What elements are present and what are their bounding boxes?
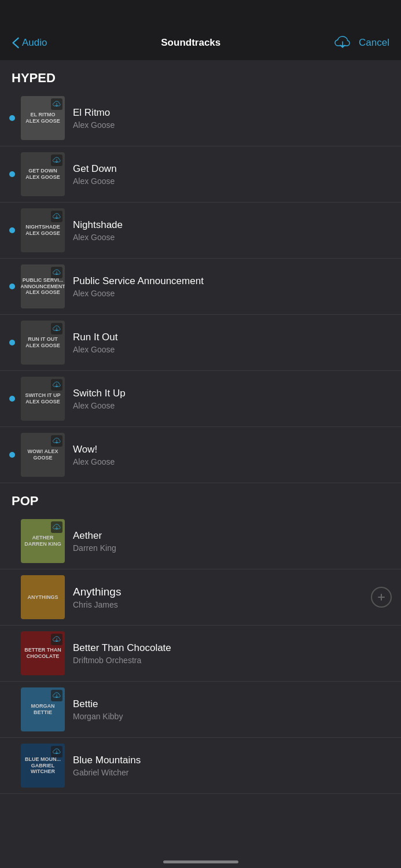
download-badge <box>51 211 62 222</box>
download-badge <box>51 98 62 110</box>
list-item[interactable]: AETHER DARREN KING AetherDarren King <box>0 513 401 569</box>
album-art: ANYTHINGS <box>21 575 65 619</box>
download-badge <box>51 690 62 701</box>
track-name: Bettie <box>73 698 392 710</box>
selected-indicator <box>9 340 15 345</box>
chevron-left-icon <box>12 37 20 49</box>
selected-indicator <box>9 396 15 402</box>
download-small-icon <box>53 635 61 643</box>
track-name: Blue Mountains <box>73 755 392 766</box>
download-small-icon <box>53 325 61 333</box>
track-artist: Alex Goose <box>73 233 392 242</box>
cancel-button[interactable]: Cancel <box>359 37 389 49</box>
track-name: Better Than Chocolate <box>73 642 392 654</box>
track-name: Anythings <box>73 586 365 598</box>
list-item[interactable]: BETTER THAN CHOCOLATE Better Than Chocol… <box>0 626 401 682</box>
album-art: NIGHTSHADE ALEX GOOSE <box>21 208 65 252</box>
tracks-container: HYPEDEL RITMO ALEX GOOSE El RitmoAlex Go… <box>0 60 401 794</box>
track-name: Switch It Up <box>73 388 392 399</box>
album-art: SWITCH IT UP ALEX GOOSE <box>21 377 65 421</box>
track-artist: Alex Goose <box>73 120 392 130</box>
track-artist: Alex Goose <box>73 345 392 354</box>
download-badge <box>51 323 62 334</box>
album-art: PUBLIC SERVI... ANNOUNCEMENT ALEX GOOSE <box>21 264 65 308</box>
selected-indicator <box>9 227 15 233</box>
list-item[interactable]: NIGHTSHADE ALEX GOOSE NightshadeAlex Goo… <box>0 203 401 259</box>
selected-indicator <box>9 115 15 121</box>
album-art: MORGAN BETTIE <box>21 687 65 731</box>
track-name: Wow! <box>73 444 392 455</box>
list-item[interactable]: ANYTHINGSAnythingsChris James <box>0 569 401 626</box>
download-icon[interactable] <box>334 35 351 51</box>
track-artist: Chris James <box>73 600 365 609</box>
album-art: AETHER DARREN KING <box>21 519 65 563</box>
track-artist: Alex Goose <box>73 289 392 298</box>
album-art: WOW! ALEX GOOSE <box>21 433 65 477</box>
list-item[interactable]: SWITCH IT UP ALEX GOOSE Switch It UpAlex… <box>0 371 401 427</box>
album-art-label: ANYTHINGS <box>21 575 65 619</box>
track-artist: Alex Goose <box>73 401 392 410</box>
track-info: AnythingsChris James <box>73 586 365 609</box>
track-name: Aether <box>73 530 392 542</box>
download-small-icon <box>53 212 61 220</box>
track-artist: Driftmob Orchestra <box>73 656 392 665</box>
track-artist: Alex Goose <box>73 176 392 186</box>
list-item[interactable]: PUBLIC SERVI... ANNOUNCEMENT ALEX GOOSE … <box>0 259 401 315</box>
download-badge <box>51 267 62 278</box>
track-info: AetherDarren King <box>73 530 392 553</box>
back-button[interactable]: Audio <box>12 37 47 49</box>
home-indicator <box>163 860 238 863</box>
download-small-icon <box>53 748 61 756</box>
track-name: Nightshade <box>73 219 392 231</box>
selected-indicator <box>9 452 15 458</box>
list-item[interactable]: RUN IT OUT ALEX GOOSE Run It OutAlex Goo… <box>0 315 401 371</box>
track-info: Public Service AnnouncementAlex Goose <box>73 275 392 298</box>
track-info: Get DownAlex Goose <box>73 163 392 186</box>
album-art: GET DOWN ALEX GOOSE <box>21 152 65 196</box>
track-info: Switch It UpAlex Goose <box>73 388 392 410</box>
track-info: Better Than ChocolateDriftmob Orchestra <box>73 642 392 665</box>
download-small-icon <box>53 381 61 389</box>
track-name: Public Service Announcement <box>73 275 392 287</box>
download-badge <box>51 379 62 391</box>
download-small-icon <box>53 523 61 531</box>
download-small-icon <box>53 692 61 700</box>
list-item[interactable]: BLUE MOUN... GABRIEL WITCHER Blue Mounta… <box>0 738 401 794</box>
album-art: BETTER THAN CHOCOLATE <box>21 631 65 675</box>
track-info: BettieMorgan Kibby <box>73 698 392 721</box>
selected-indicator <box>9 284 15 289</box>
track-artist: Morgan Kibby <box>73 712 392 721</box>
download-small-icon <box>53 156 61 164</box>
download-badge <box>51 435 62 447</box>
download-badge <box>51 155 62 166</box>
header-right-actions: Cancel <box>334 35 389 51</box>
download-badge <box>51 746 62 757</box>
track-name: Run It Out <box>73 332 392 343</box>
header: Audio Soundtracks Cancel <box>0 0 401 60</box>
list-item[interactable]: MORGAN BETTIE BettieMorgan Kibby <box>0 682 401 738</box>
track-info: Wow!Alex Goose <box>73 444 392 466</box>
list-item[interactable]: WOW! ALEX GOOSE Wow!Alex Goose <box>0 427 401 483</box>
plus-icon <box>376 592 387 602</box>
track-info: NightshadeAlex Goose <box>73 219 392 242</box>
download-small-icon <box>53 100 61 108</box>
track-info: Blue MountainsGabriel Witcher <box>73 755 392 777</box>
add-track-button[interactable] <box>371 587 392 608</box>
section-header-hyped: HYPED <box>0 60 401 90</box>
track-artist: Alex Goose <box>73 457 392 466</box>
download-badge <box>51 634 62 645</box>
list-item[interactable]: EL RITMO ALEX GOOSE El RitmoAlex Goose <box>0 90 401 146</box>
download-small-icon <box>53 269 61 277</box>
download-badge <box>51 521 62 533</box>
track-name: Get Down <box>73 163 392 175</box>
section-header-pop: POP <box>0 483 401 513</box>
album-art: RUN IT OUT ALEX GOOSE <box>21 321 65 365</box>
track-info: Run It OutAlex Goose <box>73 332 392 354</box>
list-item[interactable]: GET DOWN ALEX GOOSE Get DownAlex Goose <box>0 146 401 203</box>
selected-indicator <box>9 171 15 177</box>
track-info: El RitmoAlex Goose <box>73 107 392 130</box>
download-small-icon <box>53 437 61 445</box>
section-pop: POPAETHER DARREN KING AetherDarren KingA… <box>0 483 401 794</box>
album-art: EL RITMO ALEX GOOSE <box>21 96 65 140</box>
track-artist: Gabriel Witcher <box>73 768 392 777</box>
